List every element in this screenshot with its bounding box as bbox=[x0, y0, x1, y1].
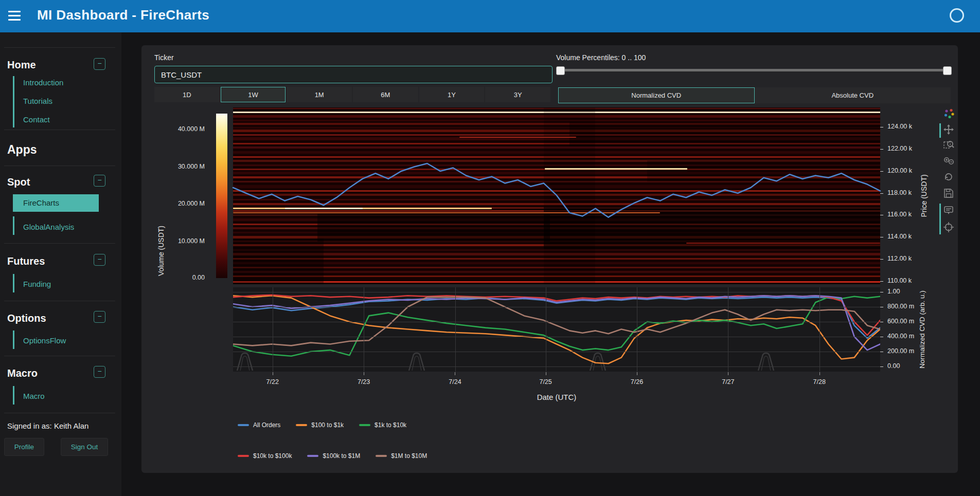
divider bbox=[4, 47, 115, 48]
price-tick: 118.00 k bbox=[887, 189, 912, 196]
volume-tick: 40.000 M bbox=[159, 125, 205, 133]
legend-row: $10k to $100k$100k to $1M$1M to $10M bbox=[238, 452, 427, 460]
legend-row: All Orders$100 to $1k$1k to $10k bbox=[238, 421, 406, 429]
volume-tick: 0.00 bbox=[159, 274, 205, 281]
plotly-logo-icon bbox=[943, 108, 955, 119]
reset-axes-icon[interactable] bbox=[943, 172, 955, 183]
hamburger-menu-icon[interactable] bbox=[8, 11, 21, 21]
legend-swatch bbox=[238, 424, 249, 426]
cvd-gridline bbox=[233, 292, 880, 292]
date-tick: 7/26 bbox=[631, 378, 643, 385]
range-button-3y[interactable]: 3Y bbox=[485, 87, 550, 102]
date-tick-mark bbox=[546, 372, 546, 375]
price-tick: 120.00 k bbox=[887, 167, 912, 174]
legend-swatch bbox=[359, 424, 370, 426]
modebar-active-indicator bbox=[939, 204, 941, 234]
ticker-input[interactable] bbox=[154, 66, 553, 83]
collapse-macro-button[interactable]: − bbox=[94, 366, 105, 378]
sidebar-item-firecharts[interactable]: FireCharts bbox=[23, 198, 59, 207]
range-button-1d[interactable]: 1D bbox=[154, 87, 220, 102]
section-indent-bar bbox=[13, 274, 14, 292]
legend-item--1k-to-10k[interactable]: $1k to $10k bbox=[359, 421, 406, 429]
price-tick: 116.00 k bbox=[887, 211, 912, 218]
legend-item--10k-to-100k[interactable]: $10k to $100k bbox=[238, 452, 292, 460]
volume-percentiles-label: Volume Percentiles: 0 .. 100 bbox=[556, 53, 646, 62]
legend-label: $10k to $100k bbox=[253, 452, 292, 460]
save-icon[interactable] bbox=[943, 188, 955, 199]
sidebar-item-tutorials[interactable]: Tutorials bbox=[23, 97, 52, 105]
price-tick: 124.00 k bbox=[887, 123, 912, 130]
collapse-home-button[interactable]: − bbox=[94, 58, 105, 70]
volume-tick: 30.000 M bbox=[159, 163, 205, 170]
signout-button[interactable]: Sign Out bbox=[61, 438, 108, 456]
sidebar-section-apps: Apps bbox=[7, 143, 37, 157]
cvd-series-line bbox=[233, 296, 880, 350]
legend-item--100-to-1k[interactable]: $100 to $1k bbox=[296, 421, 344, 429]
profile-button[interactable]: Profile bbox=[4, 438, 44, 456]
volume-axis-title: Volume (USDT) bbox=[157, 226, 165, 276]
watermark-glyph bbox=[758, 353, 774, 371]
price-tick-mark bbox=[880, 215, 883, 215]
date-gridline bbox=[546, 287, 546, 372]
range-button-1m[interactable]: 1M bbox=[287, 87, 352, 102]
divider bbox=[4, 413, 115, 413]
cvd-toggle-group: Normalized CVDAbsolute CVD bbox=[558, 87, 951, 103]
sidebar-section-options: Options bbox=[7, 313, 46, 324]
cvd-line-chart[interactable] bbox=[233, 287, 880, 372]
legend-item--100k-to-1m[interactable]: $100k to $1M bbox=[307, 452, 360, 460]
volume-tick: 20.000 M bbox=[159, 200, 205, 207]
divider bbox=[4, 130, 115, 130]
legend-label: $100 to $1k bbox=[311, 421, 344, 429]
absolute-cvd-button[interactable]: Absolute CVD bbox=[755, 87, 951, 103]
range-button-6m[interactable]: 6M bbox=[353, 87, 418, 102]
legend-item--1m-to-10m[interactable]: $1M to $10M bbox=[376, 452, 427, 460]
section-indent-bar bbox=[13, 386, 14, 405]
price-tick: 110.00 k bbox=[887, 277, 912, 284]
normalized-cvd-button[interactable]: Normalized CVD bbox=[558, 87, 755, 103]
cvd-gridline bbox=[233, 366, 880, 367]
date-tick-mark bbox=[728, 372, 728, 375]
cvd-tick-mark bbox=[880, 337, 883, 337]
cvd-gridline bbox=[233, 322, 880, 322]
price-axis-title: Price (USDT) bbox=[920, 174, 928, 217]
sidebar-item-optionsflow[interactable]: OptionsFlow bbox=[23, 336, 66, 345]
legend-label: All Orders bbox=[253, 421, 280, 429]
date-tick: 7/24 bbox=[449, 378, 461, 385]
sidebar-item-contact[interactable]: Contact bbox=[23, 115, 50, 124]
pan-icon[interactable] bbox=[943, 124, 955, 136]
volume-tick: 10.000 M bbox=[159, 237, 205, 245]
divider bbox=[4, 301, 115, 301]
collapse-futures-button[interactable]: − bbox=[94, 254, 105, 266]
cvd-tick: 800.00 m bbox=[887, 303, 914, 310]
box-zoom-icon[interactable] bbox=[943, 140, 955, 151]
section-indent-bar bbox=[13, 216, 14, 235]
legend-item-all-orders[interactable]: All Orders bbox=[238, 421, 280, 429]
legend-swatch bbox=[307, 455, 318, 457]
date-gridline bbox=[637, 287, 637, 372]
cvd-series-line bbox=[233, 295, 880, 335]
cvd-tick-mark bbox=[880, 352, 883, 352]
zoom-in-out-icon[interactable] bbox=[943, 156, 955, 167]
collapse-spot-button[interactable]: − bbox=[94, 175, 105, 187]
spike-lines-icon[interactable] bbox=[943, 222, 955, 233]
sidebar-item-macro[interactable]: Macro bbox=[23, 392, 45, 400]
sidebar-item-funding[interactable]: Funding bbox=[23, 280, 51, 288]
volume-colorbar bbox=[216, 114, 227, 278]
percentile-slider-handle-low[interactable] bbox=[556, 66, 565, 75]
range-button-1w[interactable]: 1W bbox=[221, 87, 286, 102]
legend-swatch bbox=[376, 455, 387, 457]
range-button-1y[interactable]: 1Y bbox=[419, 87, 485, 102]
date-tick-mark bbox=[273, 372, 273, 375]
price-line-chart[interactable] bbox=[233, 107, 880, 284]
sidebar-item-globalanalysis[interactable]: GlobalAnalysis bbox=[23, 223, 74, 231]
account-circle-icon[interactable] bbox=[950, 8, 964, 23]
hover-closest-icon[interactable] bbox=[943, 206, 955, 217]
sidebar-item-introduction[interactable]: Introduction bbox=[23, 78, 63, 87]
collapse-options-button[interactable]: − bbox=[94, 311, 105, 323]
percentile-slider-handle-high[interactable] bbox=[943, 66, 952, 75]
divider bbox=[4, 243, 115, 244]
date-gridline bbox=[455, 287, 456, 372]
price-line bbox=[233, 163, 880, 217]
divider bbox=[4, 356, 115, 356]
percentile-slider-track[interactable] bbox=[556, 69, 951, 71]
